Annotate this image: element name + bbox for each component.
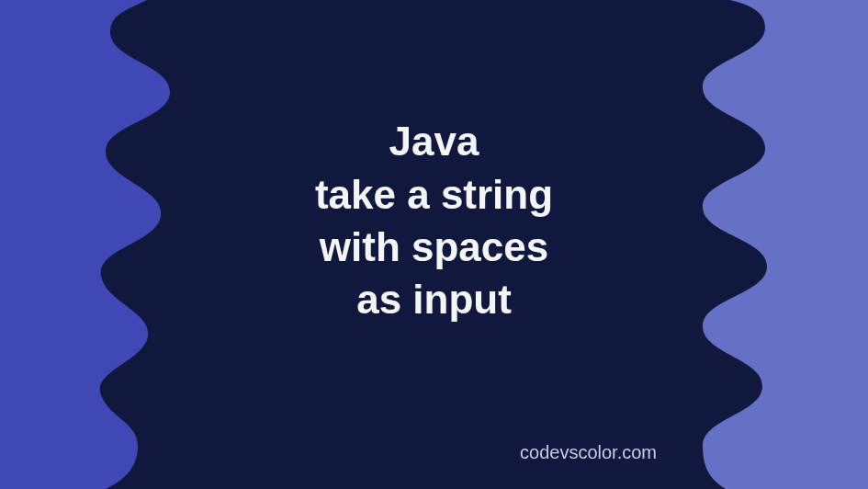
title-line-1: Java — [315, 115, 553, 167]
title-line-3: with spaces — [315, 220, 553, 272]
title-line-2: take a string — [315, 167, 553, 220]
title-line-4: as input — [315, 273, 553, 325]
banner-canvas: Java take a string with spaces as input … — [0, 0, 868, 489]
banner-title: Java take a string with spaces as input — [315, 115, 553, 325]
left-color-panel — [0, 0, 184, 489]
right-color-panel — [684, 0, 868, 489]
footer-site-label: codevscolor.com — [520, 442, 657, 463]
